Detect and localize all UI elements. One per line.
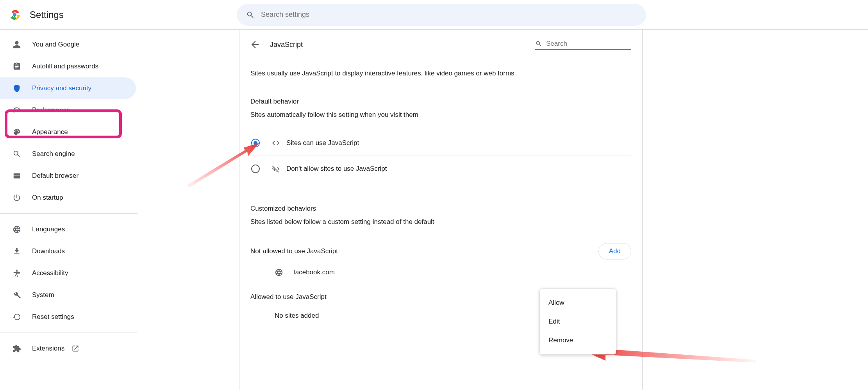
sidebar-item-system[interactable]: System [0,284,136,306]
page-search-input[interactable] [546,40,631,48]
person-icon [13,40,21,49]
sidebar-item-accessibility[interactable]: Accessibility [0,262,136,284]
sidebar-item-label: Default browser [32,172,79,180]
page-description: Sites usually use JavaScript to display … [250,70,631,77]
search-icon [246,11,255,19]
sidebar-item-extensions[interactable]: Extensions [0,338,136,360]
back-button[interactable] [250,39,261,50]
sidebar-item-autofill[interactable]: Autofill and passwords [0,55,136,77]
download-icon [13,247,21,256]
globe-icon [13,225,21,234]
svg-point-1 [14,13,16,16]
sidebar-item-label: Reset settings [32,313,74,321]
section-default-behavior-heading: Default behavior [250,98,631,106]
sidebar-item-label: Performance [32,106,70,114]
add-blocked-site-button[interactable]: Add [598,243,631,259]
page-title: JavaScript [270,41,303,49]
sidebar-item-label: Downloads [32,247,65,255]
site-host: facebook.com [293,268,335,276]
svg-point-3 [16,270,18,271]
allowed-list-heading: Allowed to use JavaScript [250,293,327,301]
section-custom-behaviors-sub: Sites listed below follow a custom setti… [250,218,631,226]
radio-indicator [251,139,260,147]
sidebar-item-label: You and Google [32,41,79,48]
accessibility-icon [13,269,21,277]
palette-icon [13,128,21,136]
radio-label: Sites can use JavaScript [286,139,359,147]
restore-icon [13,313,21,321]
sidebar-item-appearance[interactable]: Appearance [0,121,136,143]
sidebar-item-performance[interactable]: Performance [0,99,136,121]
blocked-list-heading: Not allowed to use JavaScript [250,247,338,255]
sidebar-item-label: Accessibility [32,269,68,277]
radio-block-js[interactable]: Don't allow sites to use JavaScript [250,156,631,181]
sidebar-item-label: On startup [32,194,63,202]
site-context-menu: Allow Edit Remove [540,289,616,354]
chrome-logo-icon [0,9,20,20]
sidebar-separator [0,213,138,214]
ctx-allow[interactable]: Allow [540,293,616,312]
sidebar-item-label: Extensions [32,345,64,352]
settings-search[interactable] [237,4,646,26]
radio-allow-js[interactable]: Sites can use JavaScript [250,130,631,156]
sidebar-item-on-startup[interactable]: On startup [0,187,136,209]
sidebar-item-label: Appearance [32,128,68,136]
svg-marker-4 [187,143,259,188]
sidebar-item-label: Languages [32,225,65,233]
open-in-new-icon [71,345,79,352]
power-icon [13,193,21,202]
sidebar-item-languages[interactable]: Languages [0,218,136,240]
page-search[interactable] [535,40,631,50]
main-panel: JavaScript Sites usually use JavaScript … [239,30,643,390]
globe-icon [275,268,283,277]
sidebar-separator [0,333,138,333]
sidebar-item-label: System [32,291,54,299]
settings-search-input[interactable] [261,11,637,19]
search-icon [13,150,21,158]
code-off-icon [271,165,280,173]
sidebar-item-downloads[interactable]: Downloads [0,240,136,262]
sidebar: You and Google Autofill and passwords Pr… [0,30,138,390]
sidebar-item-label: Autofill and passwords [32,63,98,70]
app-header: Settings [0,0,868,30]
speedometer-icon [13,106,21,114]
ctx-remove[interactable]: Remove [540,331,616,350]
search-icon [535,40,542,47]
section-custom-behaviors-heading: Customized behaviors [250,205,631,213]
clipboard-icon [13,62,21,71]
extension-icon [13,344,21,353]
sidebar-item-default-browser[interactable]: Default browser [0,165,136,187]
sidebar-item-you-and-google[interactable]: You and Google [0,34,136,55]
shield-icon [13,84,21,93]
annotation-arrow-1 [181,143,259,190]
sidebar-item-privacy-security[interactable]: Privacy and security [0,77,136,99]
sidebar-item-label: Privacy and security [32,84,91,92]
sidebar-item-label: Search engine [32,150,75,158]
sidebar-item-search-engine[interactable]: Search engine [0,143,136,165]
radio-indicator [251,165,260,173]
app-title: Settings [30,9,64,20]
wrench-icon [13,291,21,299]
ctx-edit[interactable]: Edit [540,312,616,331]
sidebar-item-reset[interactable]: Reset settings [0,306,136,328]
blocked-site-row[interactable]: facebook.com [250,259,631,285]
code-icon [271,139,280,147]
browser-icon [13,172,21,180]
radio-label: Don't allow sites to use JavaScript [286,165,387,173]
section-default-behavior-sub: Sites automatically follow this setting … [250,111,631,119]
